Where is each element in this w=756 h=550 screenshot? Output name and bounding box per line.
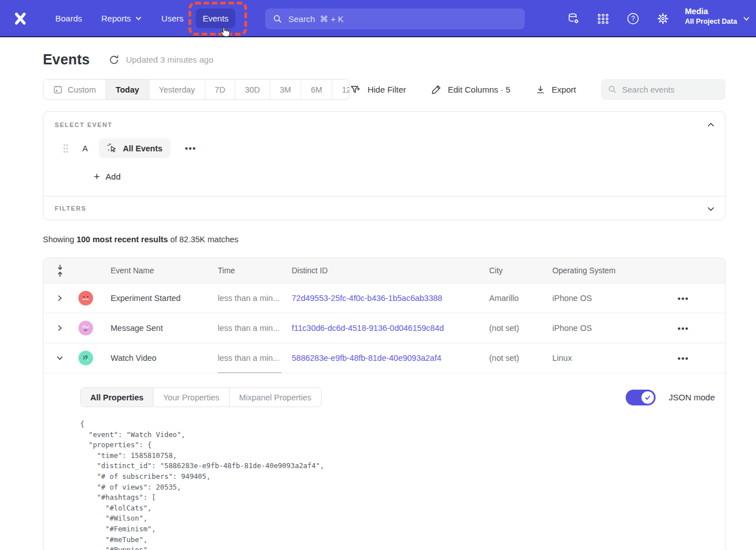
date-range-label: 30D [245,85,260,94]
nav-item-label: Events [203,14,228,23]
json-mode-toggle[interactable] [626,390,656,405]
results-summary: Showing 100 most recent results of 82.35… [43,235,726,244]
cell-time: less than a min... [218,294,292,303]
date-range-3m[interactable]: 3M [270,80,301,99]
cell-os: Linux [552,353,673,363]
search-events-box[interactable] [601,79,726,100]
nav-item-label: Boards [55,14,82,23]
row-more-button[interactable]: ••• [678,294,689,303]
nav-item-label: Users [161,14,183,23]
cell-distinct-id-link[interactable]: 5886283e-e9fb-48fb-81de-40e9093a2af4 [292,353,489,363]
table-row-expanded: Watch Video less than a min... 5886283e-… [43,343,725,373]
nav-item-events[interactable]: Events [196,8,235,28]
updated-timestamp: Updated 3 minutes ago [126,55,213,64]
date-range-today[interactable]: Today [106,80,150,99]
cell-time: less than a min... [218,324,292,333]
date-range-6m[interactable]: 6M [301,80,332,99]
date-range-label: Today [116,85,139,94]
cell-time: less than a min... [218,353,292,363]
plus-icon: + [94,173,100,181]
filter-funnel-icon [350,84,361,95]
data-management-icon[interactable] [566,11,581,26]
expand-row-chevron-right-icon[interactable] [54,292,66,304]
edit-columns-label: Edit Columns · 5 [448,85,511,94]
query-row-letter: A [82,144,88,153]
download-icon [535,85,546,95]
event-json-view: { "event": "Watch Video", "properties": … [80,419,715,550]
project-chevron-down-icon[interactable] [742,15,750,23]
json-mode-label: JSON mode [669,392,715,402]
properties-tabs: All Properties Your Properties Mixpanel … [80,387,322,407]
cell-event-name: Experiment Started [111,294,218,303]
search-events-input[interactable] [622,85,718,94]
add-event-button[interactable]: + Add [94,172,121,181]
global-search-input[interactable] [288,14,517,24]
hide-filter-button[interactable]: Hide Filter [350,84,406,95]
date-range-label: Custom [68,85,96,94]
date-range-label: 12M [342,85,350,94]
settings-gear-icon[interactable] [656,11,670,26]
column-header-distinct-id: Distinct ID [292,266,489,275]
event-row-more-button[interactable]: ••• [185,143,196,153]
date-range-30d[interactable]: 30D [235,80,270,99]
column-header-os: Operating System [552,266,673,275]
refresh-icon[interactable] [108,54,120,66]
export-label: Export [552,85,576,94]
drag-handle[interactable] [63,144,68,153]
magic-cursor-icon [107,143,117,154]
collapse-row-chevron-down-icon[interactable] [54,352,66,364]
calendar-icon [53,85,63,94]
date-range-7d[interactable]: 7D [205,80,236,99]
help-icon[interactable]: ? [626,11,640,26]
cell-city: (not set) [489,324,552,333]
cell-distinct-id-link[interactable]: 72d49553-25fc-4f0c-b436-1b5ac6ab3388 [292,294,489,303]
edit-columns-button[interactable]: Edit Columns · 5 [431,84,511,95]
project-switcher[interactable]: Media All Project Data [685,7,737,25]
date-range-custom[interactable]: Custom [43,80,106,99]
cell-event-name: Watch Video [111,353,218,363]
row-more-button[interactable]: ••• [678,353,689,363]
page-title: Events [43,51,90,68]
export-button[interactable]: Export [535,85,576,95]
pencil-icon [431,84,442,95]
collapse-section-chevron-up-icon[interactable] [705,119,717,131]
cell-distinct-id-link[interactable]: f11c30d6-dc6d-4518-9136-0d046159c84d [292,324,489,333]
chevron-down-icon [135,15,142,22]
date-range-label: 3M [280,85,291,94]
event-avatar [78,291,93,305]
summary-prefix: Showing [43,235,77,244]
global-search[interactable] [265,8,525,29]
date-range-control: Custom Today Yesterday 7D 30D 3M 6M 12M [43,79,350,100]
project-scope: All Project Data [685,18,737,25]
nav-item-reports[interactable]: Reports [95,8,150,28]
table-row: Message Sent less than a min... f11c30d6… [43,313,725,343]
event-selector-chip[interactable]: All Events [99,138,170,158]
date-range-yesterday[interactable]: Yesterday [150,80,205,99]
expand-row-chevron-right-icon[interactable] [54,322,66,334]
cell-event-name: Message Sent [111,324,218,333]
tab-your-properties[interactable]: Your Properties [153,388,229,407]
add-event-label: Add [106,172,121,181]
table-row: Experiment Started less than a min... 72… [43,283,725,313]
sort-icon[interactable] [56,264,64,277]
date-range-label: 7D [215,85,226,94]
project-name: Media [685,7,737,16]
cell-city: Amarillo [489,294,552,303]
cell-city: (not set) [489,353,552,363]
mixpanel-logo-icon[interactable] [12,11,28,27]
nav-item-label: Reports [102,14,131,23]
nav-item-boards[interactable]: Boards [49,8,89,28]
events-table: Event Name Time Distinct ID City Operati… [43,257,726,550]
filters-section-header[interactable]: FILTERS [43,196,725,220]
apps-grid-icon[interactable] [596,11,610,26]
expand-filters-chevron-down-icon[interactable] [705,203,717,215]
tab-mixpanel-properties[interactable]: Mixpanel Properties [230,388,321,407]
tab-all-properties[interactable]: All Properties [81,388,153,407]
date-range-label: 6M [311,85,322,94]
svg-text:?: ? [631,15,635,23]
row-more-button[interactable]: ••• [678,324,689,333]
date-range-12m[interactable]: 12M [332,80,350,99]
column-header-event-name: Event Name [111,266,218,275]
cell-os: iPhone OS [552,324,673,333]
nav-item-users[interactable]: Users [155,8,190,28]
